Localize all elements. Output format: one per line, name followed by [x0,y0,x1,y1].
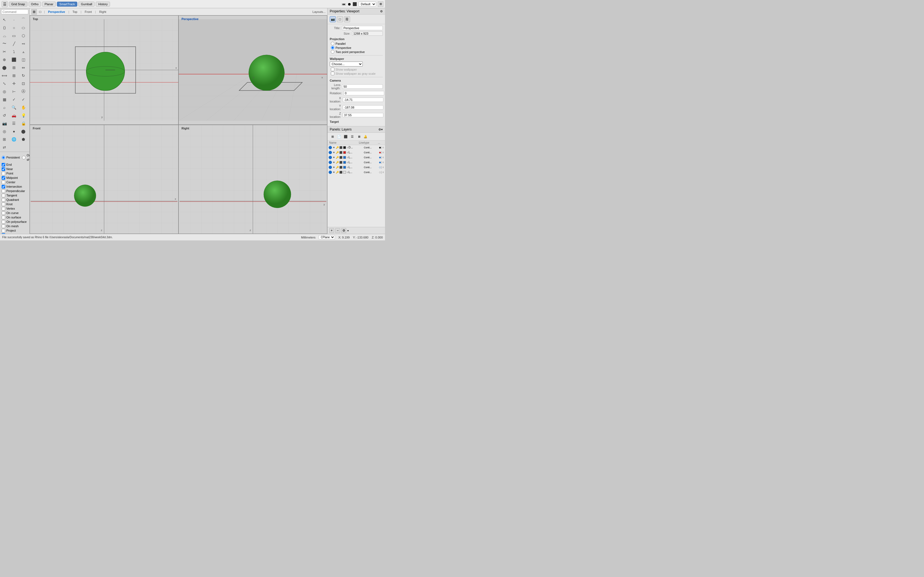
play-icon[interactable]: ⏮ [342,2,346,6]
mirror-tool[interactable]: ⟺ [0,72,8,79]
single-view-icon[interactable]: □ [37,9,43,15]
viewport-right[interactable]: Right [178,125,327,234]
layer-row-4[interactable]: ☀ 🔑 ⬛ ○ L... Conti... ◇ [ ¢ [328,165,385,170]
cube-icon[interactable]: ⬛ [343,134,349,139]
point-tool[interactable]: · [10,16,18,24]
document-icon[interactable]: 📄 [336,134,342,139]
monitor-icon[interactable]: 🖥 [356,134,362,139]
one-shot-radio[interactable] [22,156,26,160]
on-curve-checkbox[interactable] [2,211,5,215]
layers-icon[interactable]: ⊞ [330,134,335,139]
display-layers-icon[interactable]: ☰ [349,134,355,139]
split-tool[interactable]: ⟁ [19,48,27,55]
knot-checkbox[interactable] [2,203,5,206]
record-icon[interactable]: ⏺ [347,2,351,6]
project-checkbox[interactable] [2,229,5,232]
display-icon[interactable]: □ [337,16,343,22]
check-tool[interactable]: ✓ [19,96,27,103]
layer-row-2[interactable]: ☀ 🔑 ⬛ ○ L... Conti... ◆ [ ¢ [328,155,385,160]
perspective-radio[interactable] [331,46,334,50]
polygon2-tool[interactable]: ⬟ [19,135,27,143]
viewport-top[interactable]: Top [30,15,178,125]
sphere-tool[interactable]: ● [10,127,18,135]
extrude-tool[interactable]: ⬛ [10,56,18,63]
cplane-select[interactable]: CPlane [319,235,335,239]
layer-row-5[interactable]: ☀ 🔑 ⬛ ○ L... Conti... ◇ [ ¢ [328,170,385,175]
analyze-tool[interactable]: ◎ [0,88,8,95]
circle-tool[interactable]: ○ [10,24,18,32]
array-tool[interactable]: ⊞ [10,72,18,79]
pan-tool[interactable]: ✋ [19,103,27,111]
clipping-tool[interactable]: ✓ [10,96,18,103]
trim-tool[interactable]: ✂ [0,48,8,55]
layer-row-1[interactable]: ☀ 🔑 ⬛ ○ L... Conti... ◆ [ ¢ [328,150,385,155]
move-tool[interactable]: ✛ [10,80,18,87]
tab-right[interactable]: Right [97,10,108,14]
nudge-tool[interactable]: ⇄ [0,143,8,151]
layer-row-0[interactable]: ☀ 🔑 ⬛ ○ D... Conti... ◆ [ ¢ [328,145,385,150]
smarttrack-button[interactable]: SmartTrack [57,2,77,6]
tab-perspective[interactable]: Perspective [46,10,67,14]
curve-tool[interactable]: ⌒ [19,16,27,24]
lock-tool[interactable]: 🔒 [19,119,27,127]
parallel-radio[interactable] [331,42,334,45]
render-tool[interactable]: 🚗 [10,111,18,119]
center-checkbox[interactable] [2,181,5,184]
on-surface-checkbox[interactable] [2,216,5,219]
freeform-tool[interactable]: 〜 [0,40,8,48]
layer-row-3[interactable]: ☀ 🔑 ⬛ ○ L... Conti... ◆ [ ¢ [328,160,385,165]
quadrant-checkbox[interactable] [2,198,5,201]
history-button[interactable]: History [96,2,110,6]
tangent-checkbox[interactable] [2,194,5,197]
planar-button[interactable]: Planar [42,2,56,6]
light-tool[interactable]: 💡 [19,111,27,119]
viewport-perspective[interactable]: Perspective [178,15,327,125]
surface-tool[interactable]: ◫ [19,56,27,63]
camera-set-tool[interactable]: 📷 [0,119,8,127]
target-tool[interactable]: ◎ [0,127,8,135]
layouts-button[interactable]: Layouts... [312,10,326,13]
layers-settings-icon[interactable]: ⚙▾ [378,128,383,131]
x-location-input[interactable] [342,98,383,102]
show-wallpaper-checkbox[interactable] [331,68,334,71]
scale-tool[interactable]: ⤡ [0,80,8,87]
grayscale-wallpaper-checkbox[interactable] [331,72,334,75]
command-input[interactable] [1,9,28,14]
copy-tool[interactable]: ⊡ [19,80,27,87]
rotate-view-tool[interactable]: ↺ [0,111,8,119]
solid-tool[interactable]: ⬤ [0,64,8,71]
stop-icon[interactable] [353,2,357,6]
remove-layer-button[interactable]: − [335,228,340,233]
point-checkbox[interactable] [2,172,5,175]
perpendicular-checkbox[interactable] [2,189,5,193]
vertex-checkbox[interactable] [2,207,5,211]
layers-bottom-dropdown[interactable]: ▾ [347,229,349,232]
bell-icon[interactable]: 🔔 [363,134,368,139]
on-polysurface-checkbox[interactable] [2,220,5,224]
properties-settings-icon[interactable]: ⚙ [380,10,383,13]
grid-tool[interactable]: ⊞ [0,135,8,143]
polygon-tool[interactable]: ⬡ [19,32,27,40]
rect-tool[interactable]: ▭ [10,32,18,40]
on-mesh-checkbox[interactable] [2,224,5,228]
hatch-tool[interactable]: ▦ [0,96,8,103]
line-tool[interactable]: ╱ [10,40,18,48]
gumball-button[interactable]: Gumball [78,2,95,6]
globe-tool[interactable]: 🌐 [10,135,18,143]
camera-icon[interactable]: 📷 [330,16,336,22]
lens-input[interactable] [342,84,383,89]
mesh-tool[interactable]: ⊞ [10,64,18,71]
polyline-tool[interactable]: ⟨⟩ [0,24,8,32]
layer-settings-button[interactable]: ⚙ [341,228,346,233]
sidebar-toggle-btn[interactable]: ☰ [2,1,8,7]
offset-tool[interactable]: ⤟ [19,40,27,48]
arc-tool[interactable]: ⌓ [0,32,8,40]
dimension-tool[interactable]: ⊢ [10,88,18,95]
intersection-checkbox[interactable] [2,185,5,189]
four-view-icon[interactable]: ⊞ [31,9,37,15]
magnify-tool[interactable]: ⌕ [0,103,8,111]
link-icon[interactable]: ⛓ [344,16,350,22]
zoom-tool[interactable]: 🔍 [10,103,18,111]
add-layer-button[interactable]: + [329,228,334,233]
layer-tool[interactable]: ☰ [10,119,18,127]
